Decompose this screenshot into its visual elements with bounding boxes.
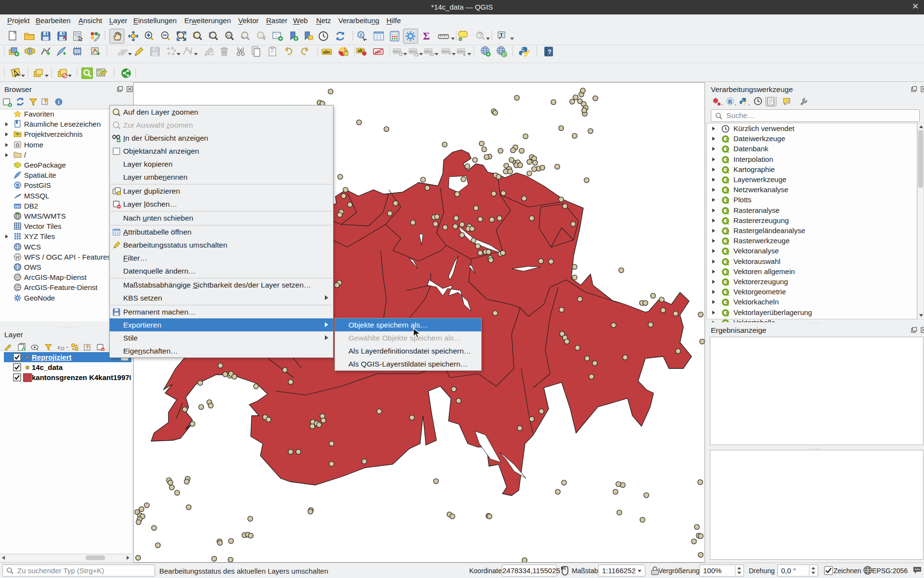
svg-text:?: ?: [548, 48, 552, 55]
svg-text:i: i: [360, 32, 362, 38]
svg-text:R: R: [728, 98, 732, 105]
svg-text:W: W: [16, 255, 20, 260]
svg-text:1:1: 1:1: [227, 34, 231, 37]
svg-text:DB2: DB2: [14, 205, 21, 208]
svg-text:T: T: [500, 32, 503, 38]
svg-text:ab: ab: [358, 48, 363, 53]
svg-text:ε: ε: [58, 343, 61, 351]
svg-text:a: a: [98, 32, 100, 37]
svg-text:abc: abc: [323, 50, 331, 54]
svg-text:Σ: Σ: [423, 30, 430, 42]
svg-text:abc: abc: [458, 49, 464, 53]
svg-text:abc: abc: [425, 49, 432, 53]
svg-text:abc: abc: [410, 49, 416, 53]
svg-text:abc: abc: [442, 49, 449, 53]
